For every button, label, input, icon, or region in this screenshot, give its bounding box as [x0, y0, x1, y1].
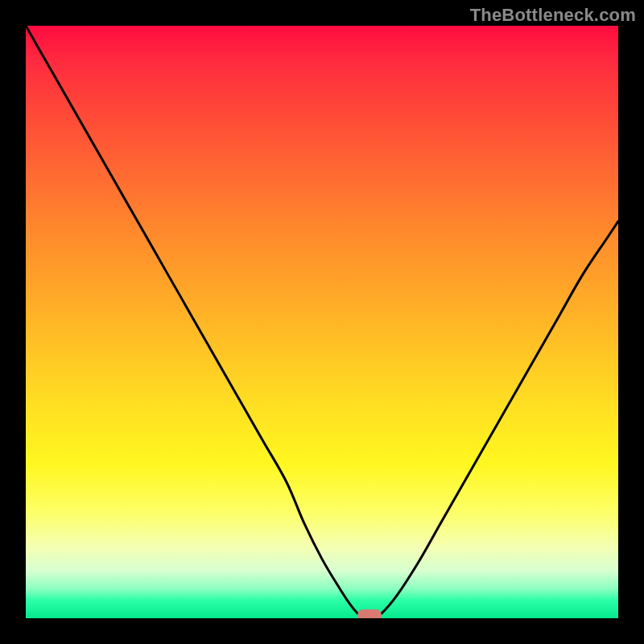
bottleneck-curve [26, 26, 618, 618]
plot-area [26, 26, 618, 618]
optimum-marker [357, 609, 382, 618]
chart-frame: TheBottleneck.com [0, 0, 644, 644]
watermark-text: TheBottleneck.com [470, 5, 636, 26]
